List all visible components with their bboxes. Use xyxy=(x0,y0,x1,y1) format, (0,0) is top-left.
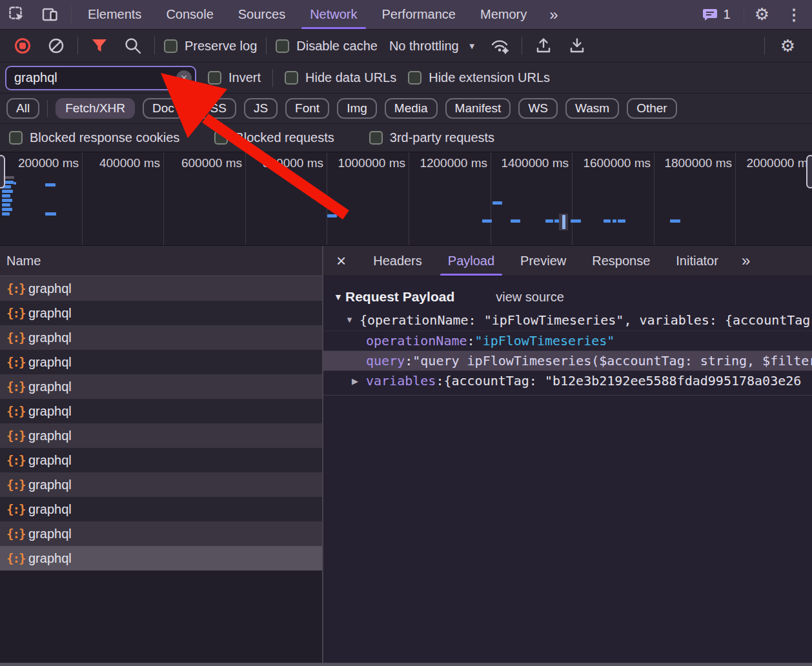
more-tabs-button[interactable]: » xyxy=(539,0,567,29)
record-network-log-button[interactable] xyxy=(10,34,35,58)
tab-console[interactable]: Console xyxy=(154,0,225,29)
export-har-button[interactable] xyxy=(565,34,589,58)
request-row[interactable]: {:}graphql xyxy=(0,276,322,301)
chip-wasm[interactable]: Wasm xyxy=(565,98,619,119)
issues-count: 1 xyxy=(724,7,731,22)
request-row[interactable]: {:}graphql xyxy=(0,374,322,399)
checkbox[interactable] xyxy=(214,131,228,145)
chip-ws[interactable]: WS xyxy=(518,98,558,119)
request-row[interactable]: {:}graphql xyxy=(0,472,322,497)
chip-font[interactable]: Font xyxy=(285,98,329,119)
request-name: graphql xyxy=(28,527,72,541)
request-row[interactable]: {:}graphql xyxy=(0,399,322,423)
chip-fetch-xhr[interactable]: Fetch/XHR xyxy=(56,98,135,119)
chip-img[interactable]: Img xyxy=(337,98,377,119)
device-toolbar-button[interactable] xyxy=(34,0,67,29)
checkbox[interactable] xyxy=(285,71,298,85)
request-row[interactable]: {:}graphql xyxy=(0,497,322,521)
timeline-gridline xyxy=(327,152,327,245)
timeline-gridline xyxy=(735,152,736,245)
close-detail-icon[interactable]: × xyxy=(323,246,360,276)
checkbox[interactable] xyxy=(164,39,178,53)
chip-css[interactable]: CSS xyxy=(192,98,236,119)
issues-button[interactable]: 1 xyxy=(693,0,740,29)
json-braces-icon: {:} xyxy=(6,502,28,516)
network-activity-bar xyxy=(2,190,13,193)
request-row[interactable]: {:}graphql xyxy=(0,301,322,325)
chip-manifest[interactable]: Manifest xyxy=(445,98,511,119)
hide-extension-urls-checkbox[interactable]: Hide extension URLs xyxy=(408,70,550,85)
request-row[interactable]: {:}graphql xyxy=(0,350,322,374)
device-toolbar-icon xyxy=(41,6,59,23)
search-button[interactable] xyxy=(121,34,145,58)
network-settings-gear-icon[interactable]: ⚙ xyxy=(774,36,802,56)
name-column-header[interactable]: Name xyxy=(0,246,322,276)
inspect-element-button[interactable] xyxy=(0,0,34,29)
throttling-select[interactable]: No throttling ▼ xyxy=(387,39,479,54)
request-row[interactable]: {:}graphql xyxy=(0,423,322,448)
divider xyxy=(272,69,273,87)
chip-doc[interactable]: Doc xyxy=(143,98,184,119)
request-row[interactable]: {:}graphql xyxy=(0,325,322,350)
hide-data-urls-checkbox[interactable]: Hide data URLs xyxy=(285,70,396,85)
json-separator: : xyxy=(405,353,412,368)
tab-performance[interactable]: Performance xyxy=(370,0,469,29)
3rd-party-requests-checkbox[interactable]: 3rd-party requests xyxy=(369,130,494,145)
checkbox[interactable] xyxy=(208,71,221,85)
blocked-response-cookies-checkbox[interactable]: Blocked response cookies xyxy=(9,130,179,145)
chip-all[interactable]: All xyxy=(6,98,39,119)
payload-root-row[interactable]: ▼ {operationName: "ipFlowTimeseries", va… xyxy=(323,309,812,330)
detail-tab-headers[interactable]: Headers xyxy=(360,246,435,276)
json-braces-icon: {:} xyxy=(6,306,28,320)
triangle-down-icon[interactable]: ▼ xyxy=(334,292,345,302)
tab-elements[interactable]: Elements xyxy=(76,0,154,29)
clear-icon xyxy=(47,37,65,55)
request-name: graphql xyxy=(28,551,72,566)
clear-filter-icon[interactable]: × xyxy=(176,70,192,86)
chip-js[interactable]: JS xyxy=(244,98,278,119)
triangle-right-icon[interactable]: ▶ xyxy=(352,376,366,386)
detail-more-tabs-button[interactable]: » xyxy=(731,246,759,276)
payload-row-operation-name[interactable]: operationName: "ipFlowTimeseries" xyxy=(323,330,812,350)
json-key: variables xyxy=(366,373,436,388)
timeline-gridline xyxy=(82,152,83,245)
tab-memory[interactable]: Memory xyxy=(468,0,539,29)
chip-media[interactable]: Media xyxy=(385,98,438,119)
payload-row-query[interactable]: query: "query ipFlowTimeseries($accountT… xyxy=(323,350,812,370)
tab-sources[interactable]: Sources xyxy=(226,0,298,29)
checkbox[interactable] xyxy=(369,131,383,145)
json-object-preview: {accountTag: "b12e3b2192ee5588fdad995178… xyxy=(443,373,801,388)
detail-tab-payload[interactable]: Payload xyxy=(435,246,507,276)
disable-cache-checkbox[interactable]: Disable cache xyxy=(276,39,378,54)
tab-network[interactable]: Network xyxy=(298,0,369,29)
checkbox[interactable] xyxy=(408,71,421,85)
import-har-button[interactable] xyxy=(531,34,556,58)
network-overview-timeline[interactable]: 200000 ms400000 ms600000 ms800000 ms1000… xyxy=(0,152,812,246)
filter-input[interactable] xyxy=(5,66,196,90)
detail-tab-initiator[interactable]: Initiator xyxy=(663,246,731,276)
checkbox[interactable] xyxy=(276,39,289,53)
request-row[interactable]: {:}graphql xyxy=(0,546,322,570)
detail-tab-preview[interactable]: Preview xyxy=(507,246,579,276)
detail-tab-response[interactable]: Response xyxy=(579,246,663,276)
request-row[interactable]: {:}graphql xyxy=(0,448,322,472)
view-source-link[interactable]: view source xyxy=(496,290,564,305)
overview-left-handle[interactable] xyxy=(0,155,5,188)
blocked-requests-checkbox[interactable]: Blocked requests xyxy=(214,130,334,145)
request-payload-section[interactable]: ▼ Request Payload view source xyxy=(323,285,812,309)
checkbox[interactable] xyxy=(9,131,23,145)
clear-network-log-button[interactable] xyxy=(44,34,68,58)
settings-gear-icon[interactable]: ⚙ xyxy=(748,0,776,29)
kebab-menu-icon[interactable]: ⋮ xyxy=(776,0,812,29)
filter-toggle-button[interactable] xyxy=(87,34,112,58)
triangle-down-icon[interactable]: ▼ xyxy=(345,315,360,325)
chip-other[interactable]: Other xyxy=(627,98,677,119)
overview-right-handle[interactable] xyxy=(806,155,812,188)
preserve-log-checkbox[interactable]: Preserve log xyxy=(164,39,257,54)
payload-root-preview: {operationName: "ipFlowTimeseries", vari… xyxy=(360,312,810,328)
invert-checkbox[interactable]: Invert xyxy=(208,70,261,85)
request-row[interactable]: {:}graphql xyxy=(0,521,322,546)
json-string-value: "ipFlowTimeseries" xyxy=(475,333,615,348)
payload-row-variables[interactable]: ▶variables: {accountTag: "b12e3b2192ee55… xyxy=(323,370,812,390)
network-conditions-button[interactable] xyxy=(488,34,513,58)
